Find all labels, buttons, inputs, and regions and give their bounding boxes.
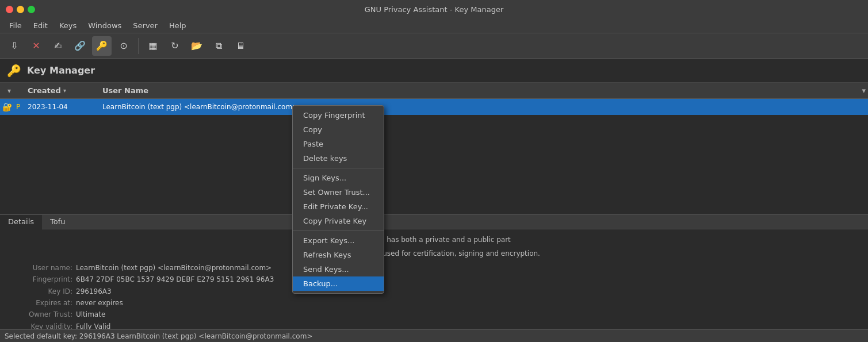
expand-col: ▾ <box>2 87 16 95</box>
copy-item[interactable]: Copy <box>293 122 384 137</box>
created-col-header[interactable]: Created ▾ <box>28 86 102 95</box>
backup-item[interactable]: Backup... <box>293 276 384 291</box>
sign-button[interactable]: ✍ <box>48 36 68 56</box>
keycard-button[interactable]: ▦ <box>143 36 163 56</box>
app-header: 🔑 Key Manager <box>0 59 868 83</box>
details-info-line-1: The key has both a private and a public … <box>7 234 861 245</box>
tab-details[interactable]: Details <box>0 215 42 229</box>
paste-item[interactable]: Paste <box>293 137 384 151</box>
keycard-icon: ▦ <box>148 40 157 51</box>
detail-expires-label: Expires at: <box>7 297 76 309</box>
detail-keyid-label: Key ID: <box>7 286 76 297</box>
export-button[interactable]: 🖥 <box>231 36 250 56</box>
sort-icon: ▾ <box>63 87 66 94</box>
app-title: Key Manager <box>27 65 95 76</box>
import-button[interactable]: ⇩ <box>5 36 24 56</box>
key-row-date: 2023-11-04 <box>28 103 102 111</box>
sign-icon: ✍ <box>54 40 62 51</box>
detail-ownertrust-label: Owner Trust: <box>7 309 76 320</box>
detail-username-value: LearnBitcoin (text pgp) <learnBitcoin@pr… <box>76 262 272 274</box>
import-icon: ⇩ <box>10 40 18 51</box>
delete-button[interactable]: ✕ <box>26 36 46 56</box>
certify-button[interactable]: 🔗 <box>70 36 90 56</box>
expire-button[interactable]: ⊙ <box>114 36 133 56</box>
copy-icon: ⧉ <box>216 40 222 51</box>
folder-button[interactable]: 📂 <box>187 36 207 56</box>
detail-keyid-row: Key ID: 296196A3 <box>7 286 861 297</box>
menu-help[interactable]: Help <box>163 20 192 31</box>
column-headers: ▾ Created ▾ User Name ▾ <box>0 83 868 99</box>
window-title: GNU Privacy Assistant - Key Manager <box>365 5 504 14</box>
key-row-icon: 🔐 <box>2 102 16 112</box>
maximize-button[interactable] <box>28 6 35 13</box>
delete-icon: ✕ <box>32 40 40 51</box>
menu-edit[interactable]: Edit <box>28 20 53 31</box>
details-tabs: Details Tofu <box>0 215 868 229</box>
titlebar: GNU Privacy Assistant - Key Manager <box>0 0 868 18</box>
col-dropdown[interactable]: ▾ <box>862 86 866 95</box>
details-info-line-2: The key can be used for certification, s… <box>7 248 861 259</box>
detail-fingerprint-value: 6B47 27DF 05BC 1537 9429 DEBF E279 5151 … <box>76 274 274 285</box>
menubar: File Edit Keys Windows Server Help <box>0 18 868 33</box>
details-content: The key has both a private and a public … <box>0 229 868 337</box>
details-panel: Details Tofu The key has both a private … <box>0 214 868 329</box>
set-owner-trust-item[interactable]: Set Owner Trust... <box>293 185 384 199</box>
app-icon: 🔑 <box>7 64 21 78</box>
detail-expires-value: never expires <box>76 297 123 309</box>
key-row[interactable]: 🔐 P 2023-11-04 LearnBitcoin (text pgp) <… <box>0 99 868 115</box>
menu-file[interactable]: File <box>3 20 28 31</box>
window-controls <box>6 6 35 13</box>
folder-icon: 📂 <box>191 40 202 51</box>
username-col-header[interactable]: User Name <box>102 86 862 95</box>
detail-ownertrust-row: Owner Trust: Ultimate <box>7 309 861 320</box>
export-keys-item[interactable]: Export Keys... <box>293 233 384 248</box>
key-row-type: P <box>16 103 28 111</box>
copy-button[interactable]: ⧉ <box>209 36 228 56</box>
sign-keys-item[interactable]: Sign Keys... <box>293 171 384 185</box>
toolbar: ⇩ ✕ ✍ 🔗 🔑 ⊙ ▦ ↻ 📂 ⧉ 🖥 <box>0 33 868 59</box>
detail-username-row: User name: LearnBitcoin (text pgp) <lear… <box>7 262 861 274</box>
refresh-icon: ↻ <box>171 40 178 51</box>
copy-private-key-item[interactable]: Copy Private Key <box>293 214 384 228</box>
ctx-sep-1 <box>293 168 384 168</box>
detail-fingerprint-label: Fingerprint: <box>7 274 76 285</box>
refresh-keys-item[interactable]: Refresh Keys <box>293 248 384 262</box>
detail-ownertrust-value: Ultimate <box>76 309 105 320</box>
detail-keyid-value: 296196A3 <box>76 286 112 297</box>
context-menu: Copy Fingerprint Copy Paste Delete keys … <box>292 105 384 294</box>
statusbar: Selected default key: 296196A3 LearnBitc… <box>0 329 868 342</box>
detail-fingerprint-row: Fingerprint: 6B47 27DF 05BC 1537 9429 DE… <box>7 274 861 285</box>
menu-server[interactable]: Server <box>127 20 163 31</box>
close-button[interactable] <box>6 6 13 13</box>
minimize-button[interactable] <box>17 6 24 13</box>
menu-windows[interactable]: Windows <box>82 20 127 31</box>
menu-keys[interactable]: Keys <box>53 20 82 31</box>
tab-tofu[interactable]: Tofu <box>42 215 74 229</box>
copy-fingerprint-item[interactable]: Copy Fingerprint <box>293 108 384 122</box>
edit-private-key-item[interactable]: Edit Private Key... <box>293 199 384 214</box>
export-icon: 🖥 <box>236 40 245 51</box>
send-keys-item[interactable]: Send Keys... <box>293 262 384 276</box>
refresh-button[interactable]: ↻ <box>165 36 185 56</box>
detail-expires-row: Expires at: never expires <box>7 297 861 309</box>
edit-button[interactable]: 🔑 <box>92 36 112 56</box>
expire-icon: ⊙ <box>120 40 127 51</box>
key-row-name: LearnBitcoin (text pgp) <learnBitcoin@pr… <box>102 103 866 111</box>
toolbar-sep-1 <box>138 38 139 54</box>
ctx-sep-2 <box>293 230 384 231</box>
statusbar-text: Selected default key: 296196A3 LearnBitc… <box>5 332 312 340</box>
detail-username-label: User name: <box>7 262 76 274</box>
edit-icon: 🔑 <box>96 40 108 51</box>
certify-icon: 🔗 <box>74 40 86 51</box>
delete-keys-item[interactable]: Delete keys <box>293 151 384 166</box>
